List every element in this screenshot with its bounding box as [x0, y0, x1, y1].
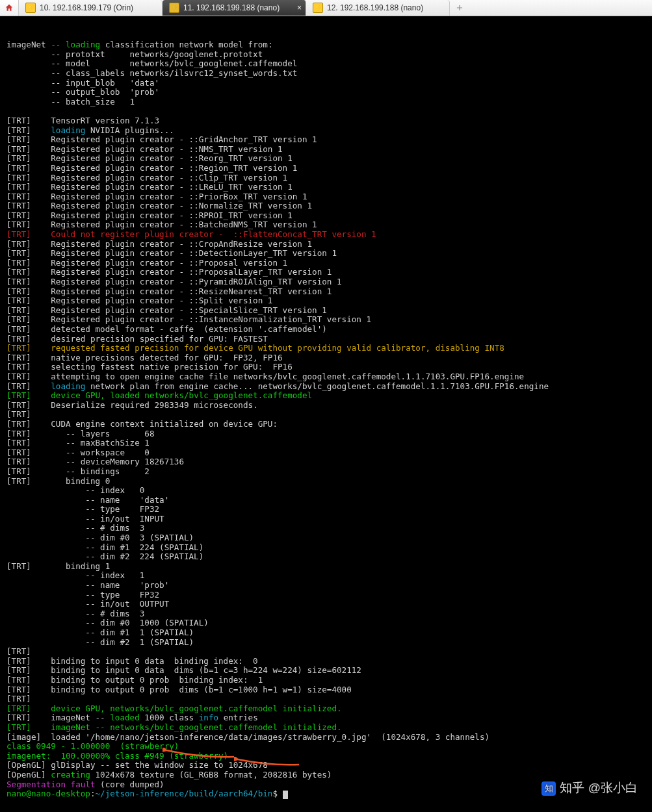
plus-icon	[455, 3, 464, 12]
watermark: 知知乎 @张小白	[541, 781, 638, 796]
close-icon[interactable]: ×	[297, 3, 302, 12]
tab-label: 11. 192.168.199.188 (nano)	[183, 3, 280, 12]
tab-2[interactable]: ⚡ 12. 192.168.199.188 (nano)	[306, 0, 450, 16]
zhihu-icon: 知	[541, 781, 556, 796]
lightning-icon: ⚡	[25, 3, 36, 13]
tab-label: 12. 192.168.199.188 (nano)	[327, 3, 423, 12]
tab-1[interactable]: ⚡ 11. 192.168.199.188 (nano) ×	[163, 0, 306, 16]
tab-label: 10. 192.168.199.179 (Orin)	[40, 3, 133, 12]
tab-bar: ⚡ 10. 192.168.199.179 (Orin) ⚡ 11. 192.1…	[0, 0, 652, 16]
terminal-output[interactable]: imageNet -- loading classification netwo…	[0, 16, 652, 812]
new-tab-button[interactable]	[450, 0, 469, 16]
terminal-text: imageNet -- loading classification netwo…	[7, 31, 645, 799]
tab-0[interactable]: ⚡ 10. 192.168.199.179 (Orin)	[19, 0, 163, 16]
lightning-icon: ⚡	[169, 3, 179, 13]
lightning-icon: ⚡	[313, 3, 323, 13]
cursor	[283, 791, 288, 799]
home-icon	[5, 3, 14, 12]
home-button[interactable]	[0, 0, 19, 16]
